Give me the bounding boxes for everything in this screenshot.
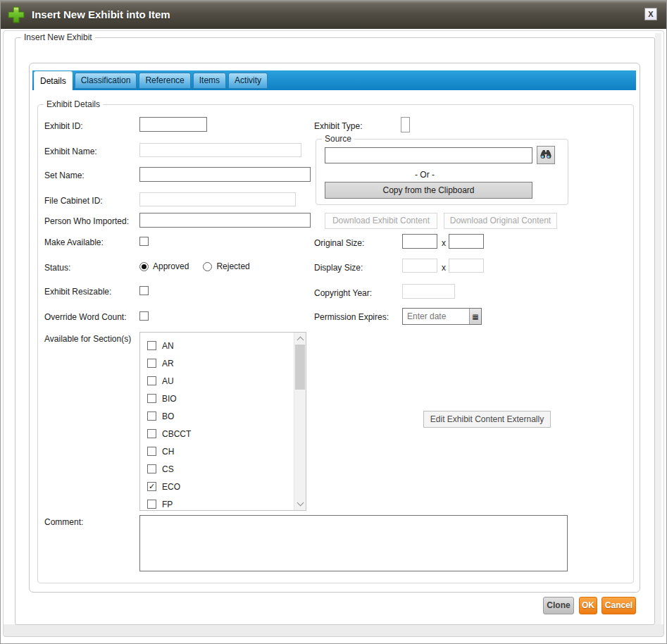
section-checkbox[interactable]	[147, 429, 156, 438]
override-word-count-checkbox[interactable]	[139, 311, 149, 321]
tab-classification[interactable]: Classification	[75, 73, 137, 89]
exhibit-resizable-label: Exhibit Resizable:	[44, 287, 111, 297]
scrollbar-thumb[interactable]	[295, 345, 305, 390]
section-checkbox[interactable]	[147, 464, 156, 473]
permission-expires-field[interactable]: ▦	[402, 308, 482, 325]
status-radio-approved[interactable]: Approved	[139, 261, 189, 271]
permission-expires-input[interactable]	[403, 309, 469, 324]
display-width-input[interactable]	[402, 259, 437, 273]
section-label: AU	[162, 376, 174, 386]
section-item-cbcct[interactable]: CBCCT	[147, 425, 294, 442]
ok-button[interactable]: OK	[579, 597, 597, 614]
section-checkbox[interactable]	[147, 411, 156, 421]
section-item-an[interactable]: AN	[147, 337, 294, 354]
comment-label: Comment:	[44, 517, 83, 527]
section-checkbox[interactable]	[147, 447, 156, 456]
section-item-bio[interactable]: BIO	[147, 390, 294, 407]
set-name-input[interactable]	[139, 167, 311, 182]
make-available-label: Make Available:	[44, 237, 104, 247]
tab-reference[interactable]: Reference	[139, 73, 190, 89]
sections-listbox-items: ANARAUBIOBOCBCCTCHCS✓ECOFP	[140, 333, 294, 510]
exhibit-name-label: Exhibit Name:	[44, 147, 97, 156]
exhibit-resizable-checkbox[interactable]	[139, 286, 149, 295]
section-label: ECO	[162, 482, 180, 492]
section-checkbox[interactable]	[147, 341, 156, 350]
copy-from-clipboard-button[interactable]: Copy from the Clipboard	[325, 182, 532, 199]
source-legend: Source	[322, 134, 354, 144]
section-item-eco[interactable]: ✓ECO	[147, 478, 294, 495]
status-options: ApprovedRejected	[139, 261, 264, 271]
section-label: BIO	[162, 394, 177, 404]
original-height-input[interactable]	[449, 234, 484, 249]
section-label: AR	[162, 359, 174, 369]
sections-listbox[interactable]: ANARAUBIOBOCBCCTCHCS✓ECOFP	[139, 332, 306, 511]
calendar-icon[interactable]: ▦	[469, 309, 481, 324]
section-label: CS	[162, 464, 174, 474]
permission-expires-label: Permission Expires:	[314, 312, 389, 322]
edit-exhibit-content-externally-button[interactable]: Edit Exhibit Content Externally	[423, 411, 551, 428]
original-width-input[interactable]	[402, 234, 437, 249]
section-item-ar[interactable]: AR	[147, 354, 294, 372]
scroll-up-icon[interactable]	[297, 337, 304, 344]
file-cabinet-id-input[interactable]	[139, 192, 296, 206]
dialog-right-strip	[655, 33, 661, 625]
copyright-year-label: Copyright Year:	[314, 288, 372, 298]
dialog-title: Insert New Exhibit into Item	[32, 1, 170, 29]
section-item-fp[interactable]: FP	[147, 495, 294, 511]
close-button[interactable]: X	[644, 8, 657, 20]
section-label: CH	[162, 447, 174, 457]
source-input[interactable]	[325, 147, 532, 163]
scroll-down-icon[interactable]	[297, 500, 304, 507]
source-search-button[interactable]	[537, 146, 555, 164]
binoculars-icon	[540, 149, 552, 162]
radio-label: Rejected	[216, 261, 249, 271]
section-label: FP	[162, 500, 173, 509]
section-item-au[interactable]: AU	[147, 372, 294, 390]
tab-details[interactable]: Details	[34, 71, 73, 90]
status-radio-rejected[interactable]: Rejected	[203, 261, 249, 271]
section-item-ch[interactable]: CH	[147, 442, 294, 460]
dialog-window: Insert New Exhibit into Item X Insert Ne…	[0, 0, 667, 644]
radio-icon[interactable]	[203, 262, 212, 271]
radio-icon[interactable]	[139, 262, 149, 271]
copyright-year-input[interactable]	[402, 284, 455, 299]
section-label: BO	[162, 411, 174, 421]
section-item-cs[interactable]: CS	[147, 460, 294, 478]
section-label: CBCCT	[162, 429, 191, 439]
set-name-label: Set Name:	[44, 171, 85, 180]
tab-items[interactable]: Items	[193, 73, 226, 89]
file-cabinet-id-label: File Cabinet ID:	[44, 196, 103, 206]
section-checkbox[interactable]	[147, 359, 156, 368]
section-checkbox[interactable]	[147, 376, 156, 385]
download-exhibit-content-button[interactable]: Download Exhibit Content	[325, 213, 437, 229]
section-checkbox[interactable]	[147, 394, 156, 403]
sections-scrollbar[interactable]	[294, 333, 306, 510]
radio-label: Approved	[153, 261, 189, 271]
display-size-label: Display Size:	[314, 263, 363, 273]
exhibit-id-input[interactable]	[139, 117, 207, 132]
section-checkbox[interactable]: ✓	[147, 482, 156, 491]
original-size-label: Original Size:	[314, 238, 364, 248]
title-bar[interactable]: Insert New Exhibit into Item X	[1, 1, 666, 29]
make-available-checkbox[interactable]	[139, 237, 149, 246]
green-plus-icon	[7, 6, 25, 27]
display-height-input[interactable]	[449, 259, 484, 273]
tab-activity[interactable]: Activity	[228, 73, 268, 89]
display-size-x-separator: x	[442, 263, 446, 273]
download-original-content-button[interactable]: Download Original Content	[444, 213, 557, 229]
section-item-bo[interactable]: BO	[147, 407, 294, 425]
original-size-x-separator: x	[442, 238, 446, 248]
clone-button[interactable]: Clone	[543, 597, 574, 614]
exhibit-type-box[interactable]	[401, 117, 410, 132]
section-label: AN	[162, 341, 174, 351]
person-who-imported-label: Person Who Imported:	[44, 216, 129, 226]
override-word-count-label: Override Word Count:	[44, 312, 127, 322]
section-checkbox[interactable]	[147, 500, 156, 509]
comment-textarea[interactable]	[139, 515, 568, 571]
person-who-imported-input[interactable]	[139, 213, 311, 228]
status-label: Status:	[44, 263, 70, 273]
available-sections-label: Available for Section(s)	[44, 334, 131, 344]
cancel-button[interactable]: Cancel	[601, 597, 636, 614]
exhibit-type-label: Exhibit Type:	[314, 121, 362, 131]
exhibit-name-input[interactable]	[139, 143, 301, 157]
